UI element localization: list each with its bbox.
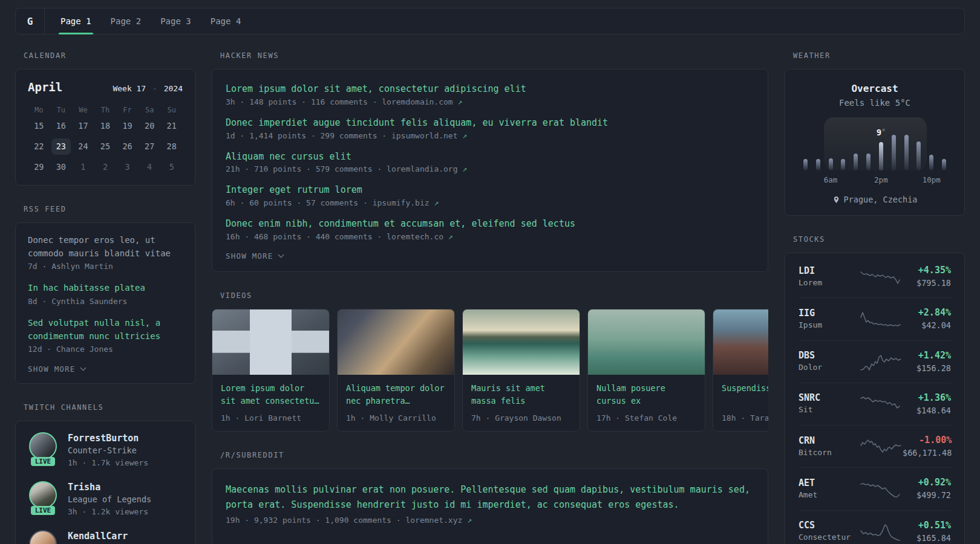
page-tab[interactable]: Page 4 — [201, 8, 251, 34]
stock-name: Dolor — [799, 362, 859, 374]
video-card[interactable]: Lorem ipsum dolor sit amet consectetu… 1… — [212, 309, 330, 432]
weather-hour-bar[interactable] — [866, 154, 871, 170]
hacker-news-item: Integer eget rutrum lorem 6h · 60 points… — [226, 184, 754, 207]
weather-hour-bar[interactable] — [854, 154, 858, 170]
stock-symbol: DBS — [799, 349, 859, 362]
hacker-news-widget: HACKER NEWS Lorem ipsum dolor sit amet, … — [212, 51, 768, 272]
video-title: Suspendisse diam — [713, 375, 768, 409]
calendar-day-of-week: Su — [160, 103, 183, 118]
weather-condition: Overcast — [796, 83, 953, 94]
stock-row[interactable]: SNRC Sit +1.36% $148.64 — [799, 383, 951, 426]
calendar-card: April Week 17 · 2024 MoTuWeThFrSaSu 151 — [15, 69, 195, 186]
stock-identity: AET Amet — [799, 477, 859, 501]
rss-show-more-button[interactable]: SHOW MORE — [28, 364, 183, 374]
twitch-card: LIVE ForrestBurton Counter-Strike 1h · 1… — [15, 421, 195, 544]
stock-price: $156.28 — [903, 362, 951, 374]
hacker-news-item-meta: 3h · 148 points · 116 comments · loremdo… — [226, 97, 754, 106]
hacker-news-show-more-button[interactable]: SHOW MORE — [226, 251, 754, 261]
hacker-news-item: Lorem ipsum dolor sit amet, consectetur … — [226, 83, 754, 106]
calendar-day: 29 — [29, 159, 49, 175]
twitch-channel-row[interactable]: LIVE ForrestBurton Counter-Strike 1h · 1… — [28, 432, 183, 471]
stock-change: +1.36% — [903, 392, 951, 404]
stock-symbol: SNRC — [799, 392, 859, 404]
hacker-news-item-domain[interactable]: ipsumworld.net — [391, 131, 458, 140]
weather-hour-bar[interactable] — [816, 159, 820, 170]
weather-axis-label: 10pm — [923, 175, 941, 184]
rss-item-title[interactable]: Donec tempor eros leo, ut commodo mauris… — [28, 234, 183, 260]
video-meta: 17h · Stefan Cole — [588, 409, 705, 431]
weather-hour-bar[interactable] — [904, 135, 909, 170]
page-tabs: Page 1Page 2Page 3Page 4 — [45, 8, 250, 34]
video-thumbnail — [338, 309, 454, 375]
stock-values: +4.35% $795.18 — [903, 264, 951, 289]
dashboard-page: G Page 1Page 2Page 3Page 4 CALENDAR Apri… — [0, 0, 980, 544]
weather-hour-bar[interactable] — [803, 159, 808, 170]
stocks-widget: STOCKS LDI Lorem +4.35% — [785, 235, 965, 544]
rss-item-meta: 8d · Cynthia Saunders — [28, 297, 183, 306]
video-meta: 1h · Lori Barnett — [212, 409, 329, 431]
rss-widget: RSS FEED Donec tempor eros leo, ut commo… — [15, 205, 195, 384]
stock-row[interactable]: AET Amet +0.92% $499.72 — [799, 468, 951, 510]
videos-widget: VIDEOS Lorem ipsum dolor sit amet consec… — [212, 291, 768, 432]
subreddit-item-domain[interactable]: loremnet.xyz — [405, 516, 462, 525]
stock-identity: DBS Dolor — [799, 349, 859, 374]
twitch-channel-row[interactable]: LIVE Trisha League of Legends 3h · 1.2k … — [28, 481, 183, 520]
twitch-channel-row[interactable]: LIVE KendallCarr — [28, 530, 183, 544]
hacker-news-item-title[interactable]: Donec enim nibh, condimentum et accumsan… — [226, 218, 754, 231]
weather-hour-bar[interactable] — [942, 159, 946, 170]
page-tab[interactable]: Page 2 — [101, 8, 151, 34]
stock-row[interactable]: IIG Ipsum +2.84% $42.04 — [799, 298, 951, 340]
weather-location-label: Prague, Czechia — [844, 195, 918, 204]
video-card[interactable]: Mauris sit amet massa felis 7h · Grayson… — [462, 309, 580, 432]
stock-row[interactable]: LDI Lorem +4.35% $795.18 — [799, 256, 951, 298]
weather-hour-bar[interactable] — [916, 141, 921, 170]
stock-row[interactable]: DBS Dolor +1.42% $156.28 — [799, 341, 951, 383]
stock-symbol: CRN — [799, 435, 859, 447]
stock-values: +1.42% $156.28 — [903, 349, 951, 374]
hacker-news-item-title[interactable]: Aliquam nec cursus elit — [226, 151, 754, 164]
video-title: Aliquam tempor dolor nec pharetra… — [338, 375, 454, 409]
stock-symbol: IIG — [799, 307, 859, 320]
weather-axis: 6am2pm10pm — [803, 175, 946, 185]
hacker-news-item-title[interactable]: Donec imperdiet augue tincidunt felis al… — [226, 117, 754, 130]
weather-hour-bar[interactable] — [841, 159, 845, 170]
video-card[interactable]: Aliquam tempor dolor nec pharetra… 1h · … — [337, 309, 455, 432]
weather-widget: WEATHER Overcast Feels like 5°C 9° — [785, 51, 965, 216]
stock-name: Bitcorn — [799, 447, 859, 459]
rss-show-more-label: SHOW MORE — [28, 364, 76, 374]
hacker-news-item-title[interactable]: Integer eget rutrum lorem — [226, 184, 754, 197]
weather-location: Prague, Czechia — [796, 195, 953, 204]
stock-row[interactable]: CRN Bitcorn -1.00% $66,171.48 — [799, 426, 951, 468]
calendar-day-of-week: Fr — [116, 103, 139, 118]
video-card[interactable]: Nullam posuere cursus ex 17h · Stefan Co… — [587, 309, 705, 432]
twitch-channel-viewers: 3h · 1.2k viewers — [68, 506, 151, 518]
stock-values: +1.36% $148.64 — [903, 392, 951, 416]
weather-hour-bar[interactable] — [892, 135, 896, 170]
weather-widget-title: WEATHER — [793, 51, 965, 60]
app-logo[interactable]: G — [16, 8, 45, 34]
weather-hour-bar[interactable] — [879, 142, 883, 170]
weather-hour-bar[interactable] — [829, 158, 833, 170]
page-tab[interactable]: Page 1 — [51, 8, 101, 34]
twitch-channel-info: ForrestBurton Counter-Strike 1h · 1.7k v… — [68, 432, 148, 471]
stock-identity: CRN Bitcorn — [799, 435, 859, 459]
hacker-news-item-title[interactable]: Lorem ipsum dolor sit amet, consectetur … — [226, 83, 754, 96]
page-tab[interactable]: Page 3 — [151, 8, 201, 34]
hacker-news-item-domain[interactable]: loremdomain.com — [382, 97, 452, 106]
hacker-news-item-stats: 21h · 710 points · 579 comments · — [226, 164, 387, 173]
calendar-day: 23 — [51, 138, 71, 155]
hacker-news-item-domain[interactable]: ipsumify.biz — [373, 198, 430, 207]
calendar-day-of-week: Sa — [139, 103, 161, 118]
weather-hour-bar[interactable] — [929, 155, 933, 170]
rss-item-title[interactable]: In hac habitasse platea — [28, 282, 183, 295]
stock-row[interactable]: CCS Consectetur +0.51% $165.84 — [799, 511, 951, 544]
rss-item-title[interactable]: Sed volutpat nulla nisl, a condimentum n… — [28, 317, 183, 343]
calendar-day: 3 — [117, 159, 137, 175]
video-card[interactable]: Suspendisse diam 18h · Tara — [713, 309, 768, 432]
stock-sparkline — [859, 267, 903, 287]
hacker-news-item-domain[interactable]: loremlandia.org — [387, 164, 457, 173]
hacker-news-item-stats: 6h · 60 points · 57 comments · — [226, 198, 373, 207]
twitch-widget-title: TWITCH CHANNELS — [24, 403, 195, 412]
subreddit-item-title[interactable]: Maecenas mollis pulvinar erat non posuer… — [226, 482, 754, 513]
hacker-news-item-domain[interactable]: loremtech.co — [387, 232, 443, 241]
